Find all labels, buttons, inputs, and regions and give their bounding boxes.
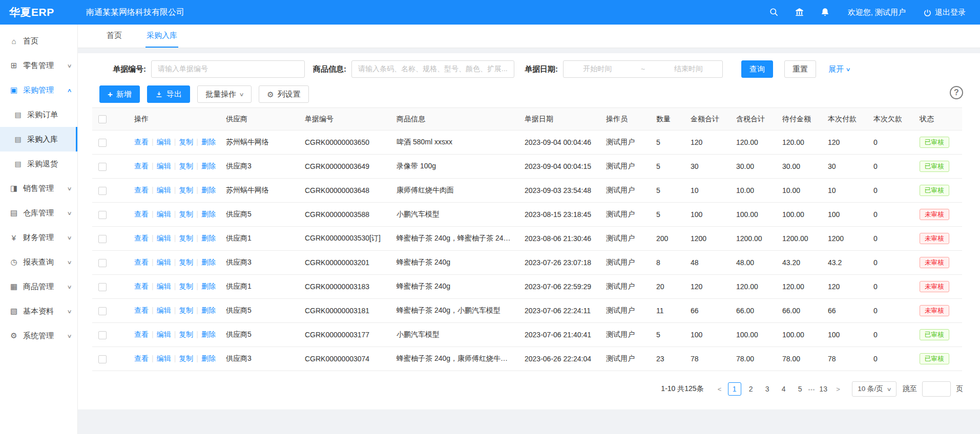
batch-actions-button[interactable]: 批量操作 ∨ [197,85,252,103]
row-action-view[interactable]: 查看 [134,210,149,218]
row-action-copy[interactable]: 复制 [179,306,193,314]
tab-purchase-inbound[interactable]: 采购入库 [145,25,178,48]
row-action-delete[interactable]: 删除 [201,354,216,362]
row-action-copy[interactable]: 复制 [179,282,193,290]
page-size-select[interactable]: 10 条/页 ∨ [852,381,896,397]
search-icon[interactable] [769,7,779,17]
row-action-edit[interactable]: 编辑 [157,138,171,146]
row-action-copy[interactable]: 复制 [179,186,193,194]
row-action-edit[interactable]: 编辑 [157,186,171,194]
row-action-copy[interactable]: 复制 [179,258,193,266]
status-badge: 已审核 [920,137,949,148]
row-checkbox[interactable] [98,331,107,339]
row-action-delete[interactable]: 删除 [201,210,216,218]
row-action-delete[interactable]: 删除 [201,282,216,290]
row-action-edit[interactable]: 编辑 [157,330,171,338]
sidebar-item-report[interactable]: ◷报表查询∨ [0,250,77,274]
sidebar-item-purchase-order[interactable]: ▤采购订单 [0,102,77,127]
row-action-delete[interactable]: 删除 [201,138,216,146]
sidebar-item-sales[interactable]: ◨销售管理∨ [0,176,77,201]
row-action-view[interactable]: 查看 [134,282,149,290]
row-action-delete[interactable]: 删除 [201,234,216,242]
date-range-input[interactable]: 开始时间 ~ 结束时间 [563,60,723,78]
bank-icon[interactable] [795,7,805,17]
sidebar-item-basedata[interactable]: ▧基本资料∨ [0,299,77,323]
row-checkbox[interactable] [98,355,107,363]
sidebar-item-finance[interactable]: ¥财务管理∨ [0,225,77,250]
sidebar-item-home[interactable]: ⌂首页 [0,29,77,53]
date-cell: 2023-09-04 00:04:15 [518,155,600,179]
row-checkbox[interactable] [98,139,107,147]
sidebar-item-goods[interactable]: ▦商品管理∨ [0,274,77,299]
row-action-edit[interactable]: 编辑 [157,282,171,290]
row-checkbox[interactable] [98,259,107,267]
sidebar-item-purchase-inbound[interactable]: ▤采购入库 [0,127,77,151]
next-page-button[interactable]: > [831,382,845,396]
row-action-delete[interactable]: 删除 [201,186,216,194]
row-action-copy[interactable]: 复制 [179,234,193,242]
row-action-delete[interactable]: 删除 [201,330,216,338]
row-action-view[interactable]: 查看 [134,306,149,314]
search-button[interactable]: 查询 [741,60,773,78]
row-action-copy[interactable]: 复制 [179,210,193,218]
chevron-down-icon: ∨ [67,284,72,290]
row-action-copy[interactable]: 复制 [179,138,193,146]
row-action-edit[interactable]: 编辑 [157,354,171,362]
row-action-delete[interactable]: 删除 [201,258,216,266]
row-action-view[interactable]: 查看 [134,354,149,362]
row-action-copy[interactable]: 复制 [179,330,193,338]
page-button-13[interactable]: 13 [817,382,830,396]
column-settings-button[interactable]: ⚙ 列设置 [259,85,308,103]
row-action-view[interactable]: 查看 [134,234,149,242]
row-checkbox[interactable] [98,187,107,195]
row-checkbox[interactable] [98,211,107,219]
page-button-2[interactable]: 2 [744,382,758,396]
row-action-edit[interactable]: 编辑 [157,162,171,170]
page-button-3[interactable]: 3 [761,382,774,396]
sidebar-item-purchase-return[interactable]: ▤采购退货 [0,151,77,176]
product-info-input[interactable]: 请输入条码、名称、规格、型号、颜色、扩展... [351,60,514,78]
row-action-view[interactable]: 查看 [134,138,149,146]
date-cell: 2023-07-06 21:40:41 [518,323,600,347]
page-button-1[interactable]: 1 [728,382,741,396]
sidebar-item-retail[interactable]: ⊞零售管理∨ [0,53,77,78]
sidebar-item-warehouse[interactable]: ▤仓库管理∨ [0,201,77,225]
select-all-checkbox[interactable] [98,115,107,123]
row-action-view[interactable]: 查看 [134,330,149,338]
tab-home[interactable]: 首页 [106,25,123,48]
bill-no-placeholder: 请输入单据编号 [158,64,208,74]
row-action-edit[interactable]: 编辑 [157,258,171,266]
row-action-delete[interactable]: 删除 [201,306,216,314]
row-checkbox[interactable] [98,283,107,291]
row-action-copy[interactable]: 复制 [179,354,193,362]
row-action-delete[interactable]: 删除 [201,162,216,170]
row-action-edit[interactable]: 编辑 [157,210,171,218]
product-cell: 蜂蜜柚子茶 240g，康师傅红烧牛肉... [390,347,518,371]
logout-button[interactable]: 退出登录 [923,8,966,17]
bill-no-input[interactable]: 请输入单据编号 [151,60,305,78]
operator-cell: 测试用户 [600,227,650,251]
page-button-5[interactable]: 5 [794,382,807,396]
amount-total-cell: 78 [684,347,730,371]
row-action-view[interactable]: 查看 [134,258,149,266]
expand-link[interactable]: 展开 ∨ [828,64,850,74]
row-action-view[interactable]: 查看 [134,186,149,194]
row-action-edit[interactable]: 编辑 [157,306,171,314]
add-button[interactable]: + 新增 [99,85,140,103]
help-icon[interactable]: ? [950,86,963,99]
reset-button[interactable]: 重置 [784,60,816,78]
row-action-view[interactable]: 查看 [134,162,149,170]
export-button[interactable]: 导出 [147,85,190,103]
row-checkbox[interactable] [98,235,107,243]
paid-cell: 100 [822,323,867,347]
row-action-copy[interactable]: 复制 [179,162,193,170]
sidebar-item-system[interactable]: ⚙系统管理∨ [0,323,77,348]
row-checkbox[interactable] [98,307,107,315]
page-button-4[interactable]: 4 [777,382,790,396]
sidebar-item-purchase[interactable]: ▣采购管理∧ [0,78,77,102]
row-action-edit[interactable]: 编辑 [157,234,171,242]
prev-page-button[interactable]: < [713,382,726,396]
bell-icon[interactable] [820,7,830,17]
row-checkbox[interactable] [98,163,107,171]
jump-page-input[interactable] [922,381,951,397]
